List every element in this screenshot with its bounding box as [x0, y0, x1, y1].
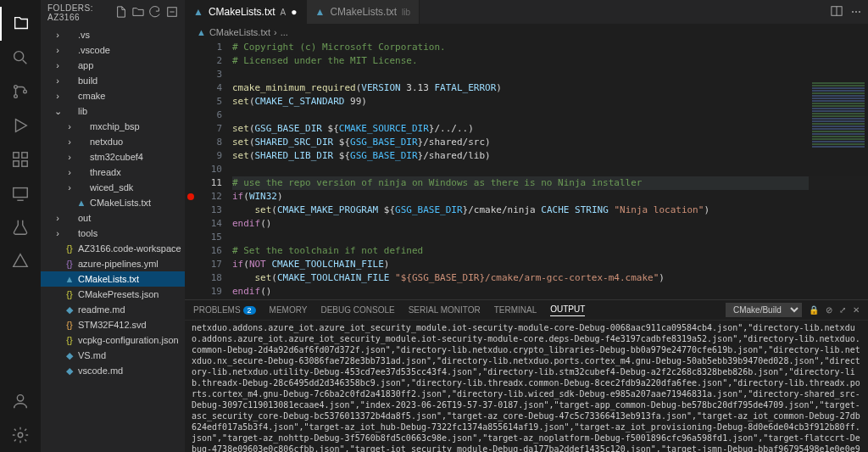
folder-item[interactable]: ›build — [41, 73, 185, 88]
folder-item[interactable]: ›.vs — [41, 27, 185, 42]
tab-problems[interactable]: PROBLEMS2 — [193, 305, 256, 315]
run-debug-icon[interactable] — [0, 109, 41, 142]
editor-group: ▲CMakeLists.txtA●▲CMakeLists.txtlib ⋯ ▲ … — [185, 0, 868, 452]
file-item[interactable]: {}vcpkg-configuration.json — [41, 332, 185, 348]
svg-rect-8 — [14, 188, 28, 198]
file-tree: ›.vs›.vscode›app›build›cmake⌄lib›mxchip_… — [41, 25, 185, 452]
file-item[interactable]: ▲CMakeLists.txt — [41, 271, 185, 287]
svg-point-10 — [18, 432, 23, 438]
svg-rect-6 — [14, 161, 19, 166]
svg-rect-5 — [22, 153, 27, 158]
folder-item[interactable]: ›netxduo — [41, 134, 185, 149]
editor-tab[interactable]: ▲CMakeLists.txtA● — [185, 0, 307, 24]
tab-bar: ▲CMakeLists.txtA●▲CMakeLists.txtlib ⋯ — [185, 0, 868, 24]
sidebar-title: FOLDERS: AZ3166 — [47, 3, 115, 22]
folder-item[interactable]: ›out — [41, 210, 185, 226]
code-editor[interactable]: 1234567891011121314151617181920212223242… — [185, 41, 868, 299]
tab-output[interactable]: OUTPUT — [550, 304, 585, 316]
file-item[interactable]: ◆readme.md — [41, 302, 185, 317]
collapse-icon[interactable] — [166, 6, 178, 20]
tab-serial-monitor[interactable]: SERIAL MONITOR — [409, 305, 481, 315]
split-icon[interactable] — [831, 5, 843, 20]
more-icon[interactable]: ⋯ — [851, 6, 861, 18]
folder-item[interactable]: ›wiced_sdk — [41, 180, 185, 195]
tab-memory[interactable]: MEMORY — [270, 305, 308, 315]
output-channel-select[interactable]: CMake/Build — [726, 303, 802, 317]
new-folder-icon[interactable] — [132, 6, 144, 20]
extensions-icon[interactable] — [0, 142, 41, 176]
svg-point-0 — [14, 52, 24, 61]
folder-item[interactable]: ›tools — [41, 226, 185, 241]
explorer-icon[interactable] — [0, 7, 41, 41]
file-item[interactable]: {}azure-pipelines.yml — [41, 256, 185, 271]
refresh-icon[interactable] — [149, 6, 161, 20]
output-body[interactable]: netxduo.addons.azure_iot.azure_iot_secur… — [185, 321, 868, 452]
svg-rect-7 — [22, 161, 27, 166]
lock-icon[interactable]: 🔒 — [809, 305, 819, 315]
folder-item[interactable]: ›app — [41, 58, 185, 73]
source-control-icon[interactable] — [0, 75, 41, 109]
remote-icon[interactable] — [0, 176, 41, 210]
folder-item[interactable]: ›stm32cubef4 — [41, 149, 185, 165]
folder-item[interactable]: ›threadx — [41, 165, 185, 180]
svg-point-2 — [14, 95, 18, 98]
svg-point-3 — [24, 90, 27, 93]
tab-terminal[interactable]: TERMINAL — [494, 305, 537, 315]
settings-icon[interactable] — [0, 418, 41, 452]
cmake-icon[interactable] — [0, 244, 41, 278]
sidebar-header: FOLDERS: AZ3166 — [41, 0, 185, 25]
breadcrumb[interactable]: ▲ CMakeLists.txt › ... — [185, 24, 868, 41]
search-icon[interactable] — [0, 41, 41, 75]
folder-item[interactable]: ›.vscode — [41, 42, 185, 58]
editor-tab[interactable]: ▲CMakeLists.txtlib — [307, 0, 420, 24]
breadcrumb-file: CMakeLists.txt — [209, 27, 270, 37]
svg-point-9 — [17, 395, 23, 401]
folder-item[interactable]: ›cmake — [41, 88, 185, 103]
svg-point-1 — [14, 86, 18, 89]
panel-maximize-icon[interactable]: ⤢ — [839, 305, 846, 315]
file-item[interactable]: ◆vscode.md — [41, 363, 185, 378]
folder-item[interactable]: ⌄lib — [41, 103, 185, 119]
bottom-panel: PROBLEMS2 MEMORY DEBUG CONSOLE SERIAL MO… — [185, 299, 868, 452]
account-icon[interactable] — [0, 384, 41, 418]
file-item[interactable]: {}AZ3166.code-workspace — [41, 241, 185, 256]
new-file-icon[interactable] — [115, 6, 127, 20]
file-item[interactable]: {}STM32F412.svd — [41, 317, 185, 332]
clear-icon[interactable]: ⊘ — [826, 305, 832, 315]
testing-icon[interactable] — [0, 210, 41, 244]
sidebar: FOLDERS: AZ3166 ›.vs›.vscode›app›build›c… — [41, 0, 185, 452]
panel-close-icon[interactable]: ✕ — [853, 305, 860, 315]
file-item[interactable]: ◆VS.md — [41, 348, 185, 363]
file-item[interactable]: ▲CMakeLists.txt — [41, 195, 185, 210]
svg-rect-4 — [14, 153, 19, 158]
folder-item[interactable]: ›mxchip_bsp — [41, 119, 185, 134]
activity-bar — [0, 0, 41, 452]
panel-tabs: PROBLEMS2 MEMORY DEBUG CONSOLE SERIAL MO… — [185, 300, 868, 321]
tab-debug-console[interactable]: DEBUG CONSOLE — [320, 305, 394, 315]
file-item[interactable]: {}CMakePresets.json — [41, 287, 185, 302]
